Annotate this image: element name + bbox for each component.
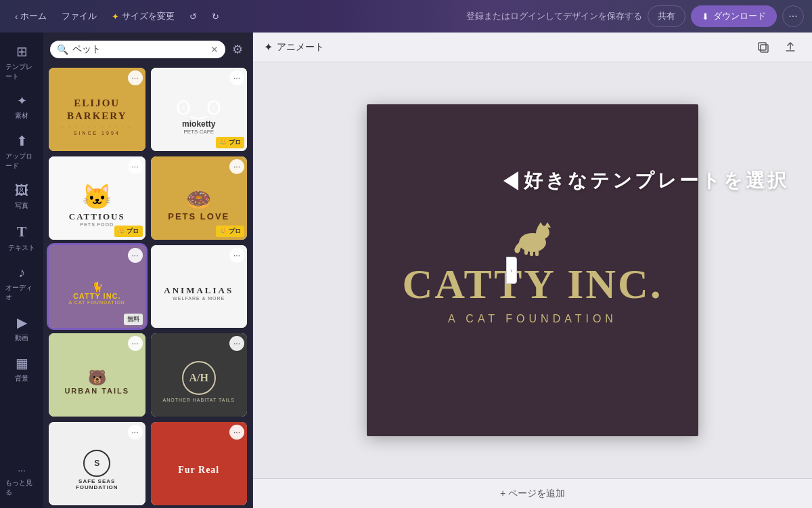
sidebar-bg-label: 背景 xyxy=(15,374,28,383)
sidebar-item-elements[interactable]: ✦ 素材 xyxy=(3,88,41,126)
svg-rect-7 xyxy=(530,251,533,256)
template-card-animalias[interactable]: ANIMALIAS WELFARE & MORE ··· xyxy=(151,245,248,329)
canvas-area: ✦ アニメート xyxy=(253,33,812,508)
undo-button[interactable]: ↺ xyxy=(183,8,204,25)
sidebar-item-audio[interactable]: ♪ オーディオ xyxy=(3,259,41,308)
top-navigation: ‹ ホーム ファイル ✦ サイズを変更 ↺ ↻ 登録またはログインしてデザインを… xyxy=(0,0,812,33)
sidebar-item-more[interactable]: ··· もっと見る xyxy=(3,459,41,503)
canvas-main-title: CATTY INC. xyxy=(403,263,663,305)
template-card-urbantails[interactable]: 🐻 URBAN TAILS ··· xyxy=(49,333,145,417)
share-canvas-button[interactable] xyxy=(780,37,801,58)
copy-button[interactable] xyxy=(752,37,774,58)
tpl-mioketty-sub: PETS CAFE xyxy=(184,129,214,135)
tpl-cattious-icon: 🐱 xyxy=(82,183,112,211)
sidebar-elements-label: 素材 xyxy=(15,111,28,121)
pro-badge: 👑 プロ xyxy=(114,226,143,237)
tpl-safeseas-title: SAFE SEASFOUNDATION xyxy=(76,478,118,490)
template-card-furreal[interactable]: Fur Real ··· xyxy=(151,422,248,505)
template-card-petslove[interactable]: 🍩 PETS LOVE ··· 👑 プロ xyxy=(151,156,248,240)
photo-icon: 🖼 xyxy=(15,183,28,198)
template-card-cattious[interactable]: 🐱 CATTIOUS PETS FOOD ··· 👑 プロ xyxy=(49,156,145,240)
search-clear-button[interactable]: ✕ xyxy=(210,44,219,55)
more-icon: ··· xyxy=(18,465,26,475)
template-menu-button[interactable]: ··· xyxy=(128,159,143,174)
template-menu-button[interactable]: ··· xyxy=(229,70,244,85)
template-card-mioketty[interactable]: ʘ‿ʘ mioketty PETS CAFE ··· 👑 プロ xyxy=(151,68,248,151)
tpl-mioketty-eyes: ʘ‿ʘ xyxy=(176,97,221,119)
redo-button[interactable]: ↻ xyxy=(205,8,226,25)
tpl-cattious-sub: PETS FOOD xyxy=(81,222,114,227)
pro-badge: 👑 プロ xyxy=(216,137,244,148)
template-icon: ⊞ xyxy=(16,43,28,60)
text-icon: T xyxy=(17,223,27,240)
sidebar-item-template[interactable]: ⊞ テンプレート xyxy=(3,38,41,87)
animate-icon: ✦ xyxy=(264,41,273,54)
tpl-ah-circle: A/H xyxy=(182,361,216,395)
sidebar-item-text[interactable]: T テキスト xyxy=(3,217,41,258)
template-menu-button[interactable]: ··· xyxy=(229,159,244,174)
more-icon: ··· xyxy=(788,10,797,22)
free-badge: 無料 xyxy=(124,314,143,325)
sidebar-item-photo[interactable]: 🖼 写真 xyxy=(3,177,41,216)
pro-badge: 👑 プロ xyxy=(216,226,244,237)
template-menu-button[interactable]: ··· xyxy=(229,248,244,263)
panel-collapse-button[interactable]: ‹ xyxy=(506,257,517,284)
sidebar-template-label: テンプレート xyxy=(5,62,38,81)
sidebar-item-background[interactable]: ▦ 背景 xyxy=(3,350,41,389)
home-label: ホーム xyxy=(20,10,47,22)
svg-rect-6 xyxy=(524,249,528,255)
sidebar-more-label: もっと見る xyxy=(5,478,38,497)
tpl-cattyinc-title: CATTY INC. xyxy=(73,292,121,300)
template-menu-button[interactable]: ··· xyxy=(128,425,143,440)
tpl-barkery-since: SINCE 1994 xyxy=(74,131,120,135)
tpl-cattyinc-icon: 🐈 xyxy=(91,281,103,292)
home-button[interactable]: ‹ ホーム xyxy=(8,7,53,26)
filter-button[interactable]: ⚙ xyxy=(229,39,246,60)
sidebar-item-video[interactable]: ▶ 動画 xyxy=(3,309,41,348)
resize-button[interactable]: ✦ サイズを変更 xyxy=(105,7,181,26)
download-icon: ⬇ xyxy=(702,12,709,22)
template-menu-button[interactable]: ··· xyxy=(128,336,143,351)
tpl-urbantails-title: URBAN TAILS xyxy=(64,387,129,395)
sidebar-item-upload[interactable]: ⬆ アップロード xyxy=(3,127,41,176)
template-card-barkery[interactable]: ELIJOUBARKERY · · · · · · · · · · · SINC… xyxy=(49,68,145,151)
more-options-button[interactable]: ··· xyxy=(782,5,804,27)
animate-label: アニメート xyxy=(277,41,324,54)
canvas-frame[interactable]: CATTY INC. A CAT FOUNDATION xyxy=(367,104,698,436)
search-input[interactable] xyxy=(72,44,206,55)
template-card-safeseas[interactable]: S SAFE SEASFOUNDATION ··· xyxy=(49,422,145,505)
tpl-barkery-sub: · · · · · · · · · · · xyxy=(62,125,132,129)
nav-right-group: 登録またはログインしてデザインを保存する 共有 ⬇ ダウンロード ··· xyxy=(466,5,804,27)
download-button[interactable]: ⬇ ダウンロード xyxy=(691,5,777,27)
chevron-left-icon: ‹ xyxy=(15,12,18,22)
tpl-ah-sub: ANOTHER HABITAT TAILS xyxy=(163,398,235,402)
save-status-text: 登録またはログインしてデザインを保存する xyxy=(466,10,642,22)
template-card-cattyinc[interactable]: 🐈 CATTY INC. A CAT FOUNDATION ··· 無料 xyxy=(49,245,145,329)
add-page-button[interactable]: + ページを追加 xyxy=(500,488,565,500)
share-label: 共有 xyxy=(658,11,675,21)
download-label: ダウンロード xyxy=(713,10,766,22)
tpl-petslove-title: PETS LOVE xyxy=(168,211,229,221)
animate-button[interactable]: ✦ アニメート xyxy=(264,41,324,54)
canvas-workspace: CATTY INC. A CAT FOUNDATION xyxy=(253,62,812,478)
add-page-label: + ページを追加 xyxy=(500,488,565,500)
video-icon: ▶ xyxy=(17,314,27,331)
svg-rect-1 xyxy=(759,43,766,50)
sidebar-video-label: 動画 xyxy=(15,333,28,343)
background-icon: ▦ xyxy=(16,355,28,371)
template-grid: ELIJOUBARKERY · · · · · · · · · · · SINC… xyxy=(43,65,252,508)
svg-marker-4 xyxy=(537,222,544,228)
share-button[interactable]: 共有 xyxy=(648,5,685,27)
svg-marker-5 xyxy=(544,222,551,228)
template-menu-button[interactable]: ··· xyxy=(128,248,143,263)
tpl-cattious-title: CATTIOUS xyxy=(69,211,125,222)
tpl-urbantails-icon: 🐻 xyxy=(88,369,106,387)
file-label: ファイル xyxy=(62,10,97,22)
template-panel: 🔍 ✕ ⚙ ELIJOUBARKERY · · · · · · · · · · … xyxy=(43,33,253,508)
canvas-subtitle: A CAT FOUNDATION xyxy=(448,313,617,325)
undo-icon: ↺ xyxy=(189,12,197,22)
tpl-safeseas-circle: S xyxy=(83,450,110,477)
template-menu-button[interactable]: ··· xyxy=(128,70,143,85)
template-card-ah[interactable]: A/H ANOTHER HABITAT TAILS ··· xyxy=(151,333,248,417)
file-button[interactable]: ファイル xyxy=(55,7,104,26)
